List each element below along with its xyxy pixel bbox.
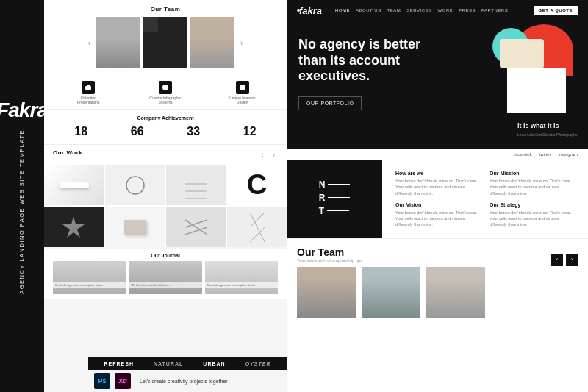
nav-work[interactable]: WORK — [438, 8, 453, 13]
hero-line3: executives. — [298, 68, 370, 83]
info-title-3: Our Vision — [395, 202, 481, 207]
team-next-arrow[interactable]: › — [237, 39, 245, 47]
ps-icon: Ps — [94, 373, 110, 389]
social-facebook[interactable]: facebook — [514, 152, 531, 157]
nav-about[interactable]: ABOUT US — [356, 8, 381, 13]
brand-logo-fakra: Fakra — [0, 99, 48, 122]
ach-num-3: 33 — [187, 125, 200, 138]
hero-portfolio-button[interactable]: Our Portfolio — [298, 96, 362, 110]
svg-rect-1 — [85, 86, 91, 90]
work-cell-6 — [105, 207, 165, 247]
hero-line2: than its account — [298, 53, 400, 68]
info-text-2: Your bones don't break, mine do. That's … — [490, 178, 575, 196]
it-is-sub: Linus Label art Director Photography — [517, 132, 582, 138]
team-right-subtitle: Teamwork with championship tips — [297, 258, 362, 263]
sidebar-label: Fakra Agency Landing Page Web Site Templ… — [0, 0, 44, 392]
social-twitter[interactable]: twitter — [539, 152, 551, 157]
nrt-line-2 — [328, 197, 350, 198]
work-prev-arrow[interactable]: ‹ — [258, 151, 266, 159]
achievement-section: Company Achievement 18 66 33 12 — [44, 110, 287, 145]
svg-line-10 — [185, 220, 207, 235]
team-card-2 — [362, 267, 420, 318]
work-cell-4: C — [227, 165, 287, 205]
team-photo-2 — [143, 17, 187, 68]
feature-label-1: Unlimited Presentations — [70, 96, 107, 104]
feature-icon-2 — [159, 81, 172, 94]
nav-press[interactable]: PRESS — [459, 8, 476, 13]
info-block-mission: Our Mission Your bones don't break, mine… — [485, 168, 579, 199]
nav-services[interactable]: SERVICES — [406, 8, 431, 13]
nrt-logo: N R T — [319, 179, 351, 219]
journal-caption-2: We have to show the idea of... — [129, 282, 201, 288]
nav-cta-button[interactable]: GET A QUOTE — [534, 6, 578, 15]
ach-item-4: 12 — [243, 125, 257, 138]
work-cell-8 — [227, 207, 287, 247]
journal-card-3: Great designs can accomplish what... — [205, 261, 278, 294]
achievement-numbers: 18 66 33 12 — [53, 125, 278, 138]
brand-oyster: Oyster — [245, 361, 271, 366]
feature-item-3: Unique Investor Design — [224, 81, 261, 104]
svg-rect-3 — [240, 85, 245, 90]
feature-item-1: Unlimited Presentations — [70, 81, 107, 104]
feature-label-2: Custom Infographic Systems — [147, 96, 184, 104]
info-text-1: Your bones don't break, mine do. That's … — [395, 178, 481, 196]
it-is-text: it is what it is — [517, 122, 582, 131]
ach-item-1: 18 — [74, 125, 87, 138]
team-right-header: Our Team Teamwork with championship tips… — [297, 246, 578, 266]
journal-card-1: Great designs can accomplish what... — [53, 261, 126, 294]
nrt-n: N — [319, 179, 326, 190]
nav-partners[interactable]: PARTNERS — [481, 8, 508, 13]
info-block-how-are-we: How are we Your bones don't break, mine … — [391, 168, 485, 199]
svg-point-5 — [126, 177, 144, 194]
xd-icon: Xd — [115, 373, 131, 389]
team-cards-row — [297, 267, 578, 318]
journal-card-2: We have to show the idea of... — [129, 261, 201, 294]
brand-refresh: REFRESH — [104, 361, 134, 366]
nrt-line-3 — [327, 210, 349, 211]
color-block-cream — [500, 39, 544, 68]
team-prev-btn[interactable]: ‹ — [551, 254, 563, 266]
info-title-1: How are we — [395, 171, 481, 176]
our-work-title: Our Work — [53, 149, 82, 156]
feature-icon-1 — [82, 81, 95, 94]
info-text-4: Your bones don't break, mine do. That's … — [490, 210, 575, 228]
brand-urban: Urban — [203, 361, 225, 366]
info-title-2: Our Mission — [490, 171, 575, 176]
svg-line-15 — [250, 227, 265, 242]
work-next-arrow[interactable]: › — [270, 151, 278, 159]
team-photo-1 — [96, 17, 140, 68]
journal-caption-1: Great designs can accomplish what... — [53, 282, 126, 288]
hero-section: No agency is better than its account exe… — [287, 21, 588, 149]
team-next-btn[interactable]: › — [566, 254, 578, 266]
work-cell-3 — [166, 165, 226, 205]
work-cell-2 — [105, 165, 165, 205]
social-instagram[interactable]: instagram — [559, 152, 578, 157]
feature-label-3: Unique Investor Design — [224, 96, 261, 104]
achievement-title: Company Achievement — [53, 115, 278, 121]
info-block-vision: Our Vision Your bones don't break, mine … — [391, 199, 485, 231]
color-block-white — [507, 68, 566, 113]
info-block-strategy: Our Strategy Your bones don't break, min… — [485, 199, 579, 231]
our-work-section: Our Work ‹ › — [44, 145, 287, 247]
info-title-4: Our Strategy — [490, 202, 575, 207]
nrt-t: T — [319, 206, 324, 216]
features-icons-row: Unlimited Presentations Custom Infograph… — [44, 76, 287, 110]
work-header: Our Work ‹ › — [44, 149, 287, 160]
team-prev-arrow[interactable]: ‹ — [85, 39, 93, 47]
bottom-cta-row: Ps Xd Let's create creativity projects t… — [88, 370, 287, 392]
svg-line-14 — [250, 213, 265, 227]
our-team-title: Our Team — [53, 6, 278, 13]
nav-logo: fakra — [297, 5, 322, 16]
nav-home[interactable]: HOME — [335, 8, 350, 13]
nrt-t-row: T — [319, 206, 351, 216]
svg-point-2 — [162, 85, 168, 90]
nav-team[interactable]: TEAM — [387, 8, 401, 13]
info-section: N R T How are we Your bones don't break,… — [287, 160, 588, 238]
team-card-3 — [426, 267, 485, 318]
bottom-cta-text: Let's create creativity projects togethe… — [140, 379, 228, 384]
nrt-n-row: N — [319, 179, 351, 190]
svg-line-13 — [250, 213, 265, 242]
info-blocks-grid: How are we Your bones don't break, mine … — [382, 160, 588, 238]
nrt-logo-box: N R T — [287, 160, 382, 238]
ach-num-4: 12 — [243, 125, 257, 138]
